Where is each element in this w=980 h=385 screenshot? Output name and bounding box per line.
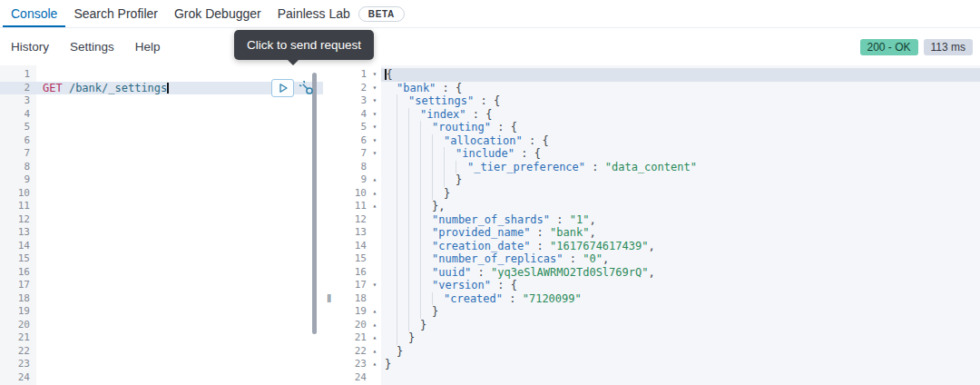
tab-label: Grok Debugger [174,6,261,21]
fold-close-icon[interactable]: ▴ [368,305,381,319]
code-line: 15"number_of_replicas" : "0", [338,252,980,266]
response-editor[interactable]: 1▾{2▾"bank" : {3▾"settings" : {4▾"index"… [338,65,980,385]
code-line: 9▴} [338,173,980,187]
dev-tools-tabbar: Console Search Profiler Grok Debugger Pa… [0,0,980,28]
code-line: 20▴} [338,319,980,332]
code-line: 10 [0,187,323,201]
send-request-button[interactable] [271,79,294,97]
code-line: 3▾"settings" : { [338,94,980,108]
code-line: 4▾"index" : { [338,108,980,122]
request-options-button[interactable] [299,80,315,96]
code-line: 14 [0,240,323,253]
request-lines: 12GET /bank/_settings3456789101112131415… [0,68,323,384]
menu-history[interactable]: History [11,40,49,54]
code-line: 23▴} [338,358,980,371]
code-line: 12"number_of_shards" : "1", [338,213,980,227]
code-line: 20 [0,319,323,332]
code-line: 6 [0,134,323,148]
code-line: 10▴} [338,187,980,201]
code-line: 15 [0,252,323,266]
code-line: 7▾"include" : { [338,147,980,161]
code-line: 22▴} [338,345,980,359]
response-status-badges: 200 - OK 113 ms [860,39,974,55]
resizer-grip-icon: ‖ [327,291,331,305]
code-line: 18 [0,292,323,306]
fold-close-icon[interactable]: ▴ [368,358,381,371]
code-line: 24 [338,371,980,385]
code-line: 5 [0,121,323,134]
tab-label: Search Profiler [74,6,158,21]
tab-label: Console [11,6,57,21]
fold-open-icon[interactable]: ▾ [368,68,381,82]
fold-open-icon[interactable]: ▾ [368,121,381,134]
code-line: 13 [0,226,323,240]
fold-spacer [368,226,381,240]
code-line: 4 [0,108,323,122]
code-line: 16 [0,266,323,280]
status-code-badge: 200 - OK [860,39,918,55]
code-line: 7 [0,147,323,161]
fold-open-icon[interactable]: ▾ [368,134,381,148]
code-line: 22 [0,345,323,359]
request-editor[interactable]: 12GET /bank/_settings3456789101112131415… [0,65,323,385]
code-line: 19 [0,305,323,319]
code-line: 23 [0,358,323,371]
tab-console[interactable]: Console [3,0,65,27]
code-line: 21▴} [338,331,980,345]
fold-close-icon[interactable]: ▴ [368,345,381,359]
fold-spacer [368,213,381,227]
fold-open-icon[interactable]: ▾ [368,94,381,108]
fold-open-icon[interactable]: ▾ [368,279,381,292]
request-actions [271,79,315,97]
console-toolbar: History Settings Help 200 - OK 113 ms [0,28,980,65]
fold-close-icon[interactable]: ▴ [368,331,381,345]
fold-close-icon[interactable]: ▴ [368,200,381,213]
response-lines: 1▾{2▾"bank" : {3▾"settings" : {4▾"index"… [338,68,980,384]
wrench-icon [299,81,314,95]
tab-search-profiler[interactable]: Search Profiler [65,0,166,27]
response-time-badge: 113 ms [924,39,973,55]
code-line: 11▴}, [338,200,980,213]
console-editors: 12GET /bank/_settings3456789101112131415… [0,65,980,385]
code-line: 21 [0,331,323,345]
code-line: 1▾{ [338,68,980,82]
fold-close-icon[interactable]: ▴ [368,173,381,187]
tab-grok-debugger[interactable]: Grok Debugger [166,0,270,27]
code-line: 8"_tier_preference" : "data_content" [338,161,980,174]
code-line: 24 [0,371,323,385]
code-line: 18"created" : "7120099" [338,292,980,306]
fold-spacer [368,371,381,385]
code-line: 6▾"allocation" : { [338,134,980,148]
code-line: 9 [0,173,323,187]
text-cursor [167,83,169,94]
code-line: 13"provided_name" : "bank", [338,226,980,240]
code-line: 19▴} [338,305,980,319]
send-request-tooltip: Click to send request [234,30,374,60]
fold-open-icon[interactable]: ▾ [368,147,381,161]
code-line: 11 [0,200,323,213]
fold-open-icon[interactable]: ▾ [368,82,381,95]
fold-spacer [368,161,381,174]
code-line: 14"creation_date" : "1617674617439", [338,240,980,253]
code-line: 17 [0,279,323,292]
code-line: 8 [0,161,323,174]
tab-painless-lab[interactable]: Painless Lab BETA [270,0,413,27]
fold-open-icon[interactable]: ▾ [368,108,381,122]
beta-badge: BETA [358,6,405,22]
fold-spacer [368,240,381,253]
fold-close-icon[interactable]: ▴ [368,187,381,201]
menu-settings[interactable]: Settings [70,40,114,54]
fold-spacer [368,266,381,280]
menu-help[interactable]: Help [135,40,161,54]
code-line: 12 [0,213,323,227]
code-line: 16"uuid" : "yq3eSlAWRMO2Td0Sl769rQ", [338,266,980,280]
code-line: 17▾"version" : { [338,279,980,292]
tab-label: Painless Lab [278,6,350,21]
request-editor-scrollbar[interactable] [312,73,317,334]
play-icon [277,82,289,94]
fold-spacer [368,252,381,266]
fold-spacer [368,292,381,306]
panel-resizer[interactable]: ‖ [323,65,338,385]
code-line: 5▾"routing" : { [338,121,980,134]
fold-close-icon[interactable]: ▴ [368,319,381,332]
